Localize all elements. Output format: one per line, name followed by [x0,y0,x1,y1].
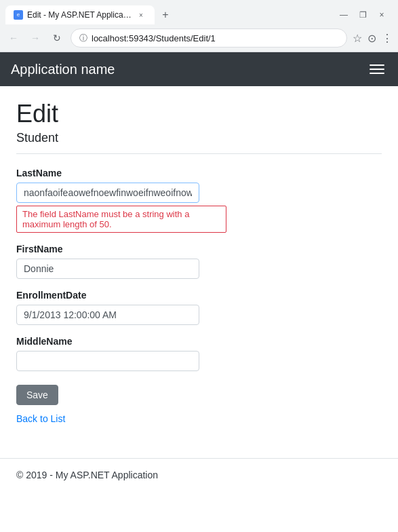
page-heading: Edit [16,100,382,128]
back-button[interactable]: ← [5,30,22,46]
address-bar: ← → ↻ ⓘ localhost:59343/Students/Edit/1 … [0,24,398,52]
edit-form: LastName The field LastName must be a st… [16,168,382,413]
reload-button[interactable]: ↻ [49,30,65,46]
bookmark-icon[interactable]: ☆ [353,32,362,45]
save-button[interactable]: Save [16,385,58,405]
first-name-label: FirstName [16,244,382,254]
footer-text: © 2019 - My ASP.NET Application [16,470,158,480]
last-name-group: LastName The field LastName must be a st… [16,168,382,233]
last-name-input[interactable] [16,183,199,203]
url-bar[interactable]: ⓘ localhost:59343/Students/Edit/1 [71,28,347,48]
window-controls: — ❐ × [338,10,393,20]
hamburger-line-1 [370,64,384,66]
tab-close-button[interactable]: × [136,10,146,20]
first-name-group: FirstName [16,244,382,279]
enrollment-date-label: EnrollmentDate [16,290,382,301]
url-lock-icon: ⓘ [79,33,87,44]
new-tab-button[interactable]: + [157,7,174,23]
hamburger-button[interactable] [367,62,387,77]
url-text: localhost:59343/Students/Edit/1 [92,33,338,43]
first-name-input[interactable] [16,259,199,279]
tab-title: Edit - My ASP.NET Application [27,10,132,20]
back-to-list-link[interactable]: Back to List [16,413,382,424]
active-tab[interactable]: e Edit - My ASP.NET Application × [5,5,155,24]
enrollment-date-group: EnrollmentDate [16,290,382,325]
middle-name-group: MiddleName [16,336,382,371]
browser-menu-icon[interactable]: ⋮ [382,32,393,45]
forward-button[interactable]: → [27,30,43,46]
page-content: Edit Student LastName The field LastName… [0,86,398,458]
hamburger-line-3 [370,73,384,74]
address-actions: ☆ ⊙ ⋮ [353,32,393,45]
close-button[interactable]: × [376,10,387,20]
tab-bar: e Edit - My ASP.NET Application × + — ❐ … [0,0,398,24]
last-name-error: The field LastName must be a string with… [16,206,226,233]
browser-chrome: e Edit - My ASP.NET Application × + — ❐ … [0,0,398,52]
hamburger-line-2 [370,69,384,70]
tab-favicon: e [14,10,23,20]
middle-name-input[interactable] [16,351,199,371]
app-header: Application name [0,52,398,86]
account-icon[interactable]: ⊙ [367,32,376,45]
section-divider [16,153,382,154]
middle-name-label: MiddleName [16,336,382,347]
footer: © 2019 - My ASP.NET Application [0,458,398,491]
last-name-label: LastName [16,168,382,178]
page-subheading: Student [16,131,382,145]
restore-button[interactable]: ❐ [357,10,368,20]
enrollment-date-input[interactable] [16,305,199,325]
app-name: Application name [11,62,115,77]
minimize-button[interactable]: — [338,10,349,20]
